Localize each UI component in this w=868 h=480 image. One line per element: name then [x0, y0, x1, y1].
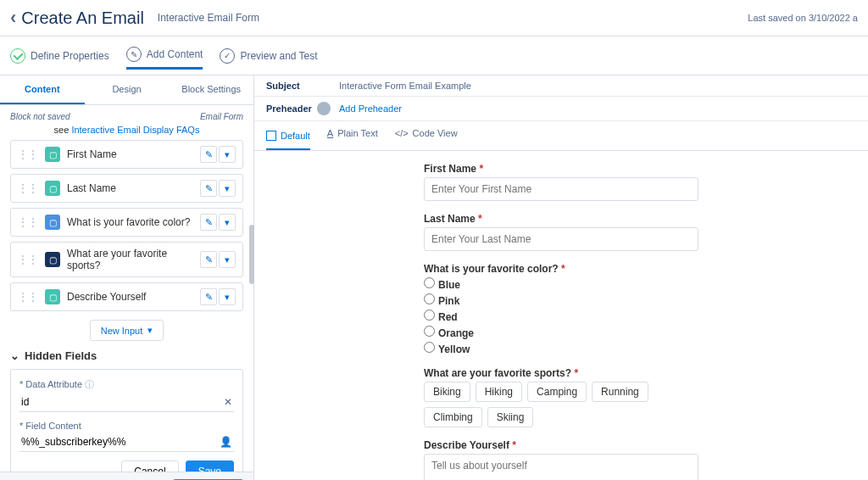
field-label: Describe Yourself	[67, 291, 193, 303]
chevron-down-icon[interactable]: ▾	[219, 180, 236, 197]
preheader-label: Preheader	[266, 103, 317, 114]
left-panel: Content Design Block Settings Block not …	[0, 75, 254, 480]
radio-option[interactable]: Yellow	[424, 342, 698, 355]
info-icon[interactable]	[317, 102, 331, 115]
sport-pill[interactable]: Hiking	[476, 382, 522, 402]
right-panel: Subject Interactive Form Email Example P…	[254, 75, 868, 480]
field-label: What is your favorite color?	[67, 216, 193, 228]
email-form-label: Email Form	[200, 112, 243, 121]
tab-block-settings[interactable]: Block Settings	[169, 75, 253, 104]
radio-option[interactable]: Blue	[424, 277, 698, 291]
text-icon: A	[327, 128, 333, 138]
step-add-content[interactable]: ✎ Add Content	[126, 42, 203, 70]
drag-icon[interactable]: ⋮⋮	[18, 182, 38, 194]
sport-pill[interactable]: Skiing	[487, 407, 534, 427]
drag-icon[interactable]: ⋮⋮	[18, 291, 38, 303]
field-label: What are your favorite sports?	[67, 248, 193, 271]
field-row[interactable]: ⋮⋮▢What are your favorite sports?✎▾	[10, 242, 243, 277]
color-label: What is your favorite color? *	[424, 263, 698, 275]
first-name-input[interactable]	[424, 177, 698, 201]
describe-input[interactable]	[424, 454, 698, 480]
left-tabs: Content Design Block Settings	[0, 75, 253, 105]
field-row[interactable]: ⋮⋮▢Last Name✎▾	[10, 174, 243, 203]
field-type-icon: ▢	[45, 215, 60, 230]
edit-icon[interactable]: ✎	[200, 288, 217, 305]
step-define[interactable]: Define Properties	[10, 43, 109, 69]
new-input-button[interactable]: New Input ▾	[90, 320, 164, 341]
field-label: Last Name	[67, 182, 193, 194]
sport-pill[interactable]: Running	[592, 382, 648, 402]
field-content-input[interactable]	[19, 433, 234, 452]
edit-icon[interactable]: ✎	[200, 214, 217, 231]
code-icon: </>	[395, 128, 409, 138]
radio-option[interactable]: Pink	[424, 293, 698, 307]
first-name-label: First Name *	[424, 163, 698, 175]
page-header: ‹ Create An Email Interactive Email Form…	[0, 0, 868, 36]
field-type-icon: ▢	[45, 147, 60, 162]
add-preheader-link[interactable]: Add Preheader	[339, 103, 402, 114]
view-tabs: Default A Plain Text </> Code View	[254, 121, 868, 151]
radio-option[interactable]: Red	[424, 310, 698, 323]
drag-icon[interactable]: ⋮⋮	[18, 254, 38, 265]
chevron-down-icon: ▾	[147, 325, 153, 336]
field-content-label: Field Content	[19, 421, 234, 431]
chevron-down-icon[interactable]: ▾	[219, 288, 236, 305]
field-row[interactable]: ⋮⋮▢Describe Yourself✎▾	[10, 282, 243, 311]
sports-label: What are your favorite sports? *	[424, 367, 698, 379]
field-row[interactable]: ⋮⋮▢What is your favorite color?✎▾	[10, 208, 243, 237]
edit-icon[interactable]: ✎	[200, 180, 217, 197]
last-name-label: Last Name *	[424, 213, 698, 225]
field-type-icon: ▢	[45, 289, 60, 304]
faq-link-row: see Interactive Email Display FAQs	[10, 125, 243, 135]
view-tab-default[interactable]: Default	[266, 128, 310, 150]
pencil-icon: ✎	[126, 47, 142, 62]
data-attribute-label: Data Attribute ⓘ	[19, 378, 234, 391]
tab-design[interactable]: Design	[85, 75, 170, 104]
page-subtitle: Interactive Email Form	[158, 12, 259, 24]
last-saved: Last saved on 3/10/2022 a	[748, 13, 858, 23]
hidden-field-card: Data Attribute ⓘ ✕ Field Content 👤 Cance…	[10, 369, 243, 472]
tab-content[interactable]: Content	[0, 75, 85, 104]
email-preview: First Name * Last Name * What is your fa…	[254, 151, 868, 480]
block-not-saved: Block not saved	[10, 112, 70, 121]
page-title: Create An Email	[21, 8, 144, 28]
chevron-down-icon[interactable]: ▾	[219, 214, 236, 231]
default-icon	[266, 131, 276, 141]
person-icon[interactable]: 👤	[220, 436, 232, 448]
chevron-down-icon[interactable]: ▾	[219, 251, 236, 268]
sport-pill[interactable]: Biking	[424, 382, 470, 402]
back-icon[interactable]: ‹	[10, 7, 16, 29]
last-name-input[interactable]	[424, 227, 698, 251]
field-type-icon: ▢	[45, 252, 60, 267]
field-label: First Name	[67, 148, 193, 160]
chevron-down-icon: ⌄	[10, 349, 19, 362]
scrollbar[interactable]	[249, 225, 254, 284]
check-icon	[10, 48, 25, 64]
subject-label: Subject	[266, 81, 317, 91]
edit-icon[interactable]: ✎	[200, 251, 217, 268]
drag-icon[interactable]: ⋮⋮	[18, 148, 38, 160]
edit-icon[interactable]: ✎	[200, 146, 217, 163]
check-icon: ✓	[220, 48, 235, 64]
step-preview[interactable]: ✓ Preview and Test	[220, 43, 317, 69]
drag-icon[interactable]: ⋮⋮	[18, 216, 38, 228]
radio-option[interactable]: Orange	[424, 326, 698, 339]
view-tab-code[interactable]: </> Code View	[395, 128, 458, 143]
close-icon[interactable]: ✕	[224, 396, 232, 408]
subject-value[interactable]: Interactive Form Email Example	[339, 81, 471, 91]
view-tab-plain[interactable]: A Plain Text	[327, 128, 378, 143]
data-attribute-input[interactable]	[19, 393, 234, 412]
save-button[interactable]: Save	[186, 460, 234, 472]
cancel-button[interactable]: Cancel	[121, 460, 178, 472]
describe-label: Describe Yourself *	[424, 439, 698, 451]
step-bar: Define Properties ✎ Add Content ✓ Previe…	[0, 36, 868, 75]
faq-link[interactable]: Interactive Email Display FAQs	[71, 125, 199, 135]
field-row[interactable]: ⋮⋮▢First Name✎▾	[10, 140, 243, 169]
chevron-down-icon[interactable]: ▾	[219, 146, 236, 163]
sport-pill[interactable]: Climbing	[424, 407, 482, 427]
hidden-fields-toggle[interactable]: ⌄ Hidden Fields	[10, 349, 243, 362]
sport-pill[interactable]: Camping	[527, 382, 587, 402]
info-icon[interactable]: ⓘ	[85, 379, 94, 389]
field-type-icon: ▢	[45, 181, 60, 196]
